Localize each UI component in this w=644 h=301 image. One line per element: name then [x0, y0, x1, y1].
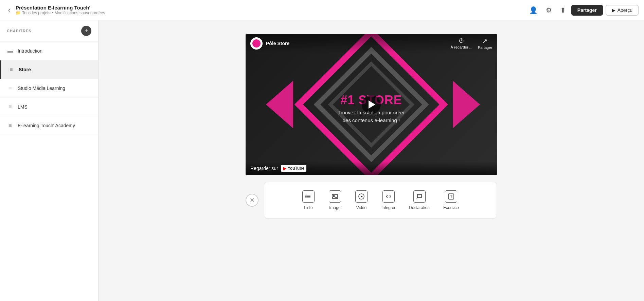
- image-icon: [329, 190, 341, 203]
- close-icon: ✕: [250, 196, 255, 204]
- watch-later-label: À regarder ...: [451, 45, 472, 49]
- watch-later-icon: ⏱: [459, 37, 465, 44]
- header-left: ‹ Présentation E-learning Touch' 📁 Tous …: [5, 5, 522, 15]
- chapter-icon-academy: ≡: [7, 123, 14, 129]
- share-button[interactable]: Partager: [571, 5, 603, 16]
- tool-video[interactable]: Vidéo: [350, 188, 373, 213]
- add-chapter-button[interactable]: +: [81, 26, 91, 36]
- subtitle-line2: des contenus e-learning !: [343, 117, 400, 123]
- sidebar: CHAPITRES + ▬ Introduction ≡ Store ≡ Stu…: [0, 20, 99, 301]
- apercu-button[interactable]: ▶ Aperçu: [606, 5, 639, 16]
- watch-on-label: Regarder sur: [250, 166, 278, 171]
- tool-exercice-label: Exercice: [443, 205, 459, 210]
- settings-icon-button[interactable]: ⚙: [543, 4, 555, 16]
- arrow-left-shape: [266, 81, 293, 128]
- toolbar-panel: ✕ Liste: [246, 182, 497, 219]
- svg-point-5: [305, 197, 306, 198]
- youtube-logo: ▶ YouTube: [281, 165, 307, 172]
- integrer-icon: [382, 190, 395, 203]
- sidebar-item-academy[interactable]: ≡ E-learning Touch' Academy: [0, 116, 98, 135]
- separator: •: [52, 11, 53, 15]
- share-action[interactable]: ↗ Partager: [478, 37, 492, 50]
- liste-icon: [302, 190, 315, 203]
- sidebar-item-lms[interactable]: ≡ LMS: [0, 98, 98, 116]
- tool-liste[interactable]: Liste: [297, 188, 320, 213]
- sidebar-header: CHAPITRES +: [0, 20, 98, 42]
- share-label: Partager: [478, 45, 492, 50]
- tool-integrer[interactable]: Intégrer: [376, 188, 401, 213]
- chapter-label-lms: LMS: [18, 104, 28, 110]
- folder-icon: 📁: [16, 11, 21, 15]
- chapter-label-introduction: Introduction: [18, 48, 42, 54]
- svg-text:?: ?: [450, 194, 452, 199]
- sidebar-item-studio[interactable]: ≡ Studio Média Learning: [0, 79, 98, 98]
- channel-logo: [250, 37, 263, 50]
- yt-text: YouTube: [288, 166, 305, 171]
- tool-image-label: Image: [329, 205, 340, 210]
- sidebar-item-store[interactable]: ≡ Store: [0, 60, 98, 79]
- exercice-icon: ?: [445, 190, 457, 203]
- sidebar-item-introduction[interactable]: ▬ Introduction: [0, 42, 98, 60]
- play-triangle-icon: [369, 100, 375, 109]
- video-inner: Pôle Store ⏱ À regarder ... ↗ Partager: [246, 34, 497, 175]
- declaration-icon: ": [413, 190, 426, 203]
- share-icon: ↗: [482, 37, 487, 45]
- upload-icon: ⬆: [560, 6, 566, 14]
- chapter-label-studio: Studio Média Learning: [18, 86, 65, 91]
- user-icon-button[interactable]: 👤: [526, 4, 540, 16]
- play-button[interactable]: [362, 95, 381, 114]
- tool-exercice[interactable]: ? Exercice: [438, 188, 464, 213]
- tool-video-label: Vidéo: [356, 205, 366, 210]
- toolbar-box: Liste Image: [264, 182, 497, 219]
- chapter-label-store: Store: [19, 67, 31, 72]
- channel-logo-inner: [252, 39, 261, 48]
- chapter-icon-lms: ≡: [7, 104, 14, 110]
- project-subtitle: 📁 Tous les projets • Modifications sauve…: [16, 11, 105, 15]
- yt-play-icon: ▶: [283, 166, 287, 171]
- main-layout: CHAPITRES + ▬ Introduction ≡ Store ≡ Stu…: [0, 20, 644, 301]
- video-header-bar: Pôle Store ⏱ À regarder ... ↗ Partager: [246, 34, 497, 53]
- save-status: Modifications sauvegardées: [55, 11, 105, 15]
- arrow-right-shape: [453, 81, 480, 128]
- title-group: Présentation E-learning Touch' 📁 Tous le…: [16, 5, 105, 15]
- content-area: Pôle Store ⏱ À regarder ... ↗ Partager: [99, 20, 644, 301]
- channel-name: Pôle Store: [266, 41, 451, 46]
- tool-declaration-label: Déclaration: [409, 205, 430, 210]
- back-button[interactable]: ‹: [5, 5, 13, 15]
- gear-icon: ⚙: [546, 6, 552, 14]
- svg-text:": ": [418, 194, 419, 197]
- tool-declaration[interactable]: " Déclaration: [404, 188, 435, 213]
- header-actions: 👤 ⚙ ⬆ Partager ▶ Aperçu: [526, 4, 639, 16]
- chapters-label: CHAPITRES: [7, 29, 32, 33]
- chapter-icon-studio: ≡: [7, 85, 14, 91]
- youtube-bar: Regarder sur ▶ YouTube: [246, 162, 497, 175]
- breadcrumb-folder: Tous les projets: [22, 11, 50, 15]
- play-icon: ▶: [612, 7, 615, 13]
- tool-liste-label: Liste: [304, 205, 312, 210]
- svg-point-3: [305, 195, 306, 195]
- video-header-actions: ⏱ À regarder ... ↗ Partager: [451, 37, 492, 50]
- chapter-icon-store: ≡: [8, 67, 15, 73]
- user-icon: 👤: [529, 6, 538, 14]
- close-toolbar-button[interactable]: ✕: [246, 194, 258, 207]
- app-header: ‹ Présentation E-learning Touch' 📁 Tous …: [0, 0, 644, 20]
- video-icon: [355, 190, 368, 203]
- tool-image[interactable]: Image: [323, 188, 347, 213]
- project-title: Présentation E-learning Touch': [16, 5, 105, 11]
- tool-integrer-label: Intégrer: [381, 205, 395, 210]
- svg-point-4: [305, 196, 306, 197]
- upload-icon-button[interactable]: ⬆: [557, 4, 569, 16]
- chapter-label-academy: E-learning Touch' Academy: [18, 123, 75, 128]
- chapter-icon-introduction: ▬: [7, 48, 14, 54]
- video-player[interactable]: Pôle Store ⏱ À regarder ... ↗ Partager: [246, 34, 497, 175]
- watch-later-action[interactable]: ⏱ À regarder ...: [451, 37, 472, 50]
